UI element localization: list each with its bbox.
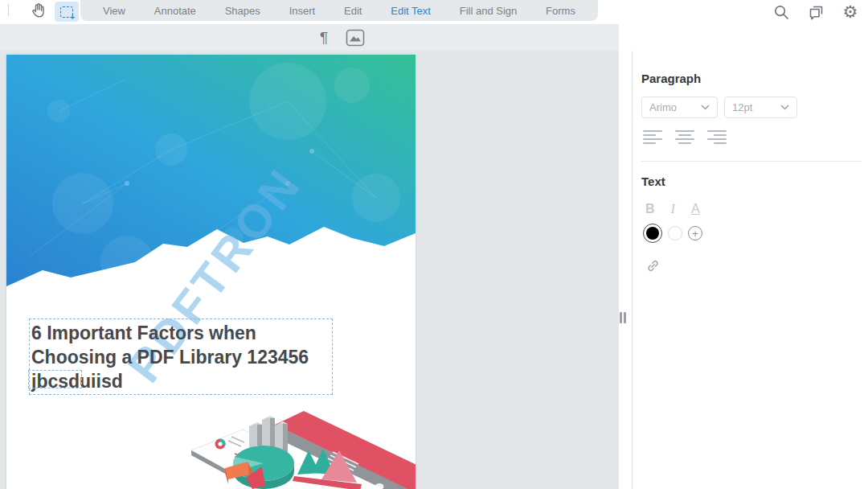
tab-edit[interactable]: Edit [344,5,362,17]
image-icon [346,29,365,47]
text-editing-panel: Paragraph Arimo 12pt Text B I A + [633,51,868,489]
tab-shapes[interactable]: Shapes [225,5,260,17]
pilcrow-icon: ¶ [320,29,328,47]
underline-button[interactable]: A [691,202,700,216]
align-left-button[interactable] [643,126,664,147]
font-family-select[interactable]: Arimo [641,97,718,118]
gear-icon: ⚙ [843,2,858,22]
align-right-button[interactable] [706,126,727,147]
chevron-down-icon [780,105,789,110]
tab-edit-text[interactable]: Edit Text [391,5,431,17]
font-size-select[interactable]: 12pt [724,97,797,118]
font-size-value: 12pt [732,101,752,113]
hand-icon [30,2,47,23]
color-swatch-black-selected[interactable] [643,224,662,243]
paragraph-section-heading: Paragraph [641,72,701,85]
font-family-value: Arimo [649,101,677,113]
pan-tool-button[interactable] [27,2,51,22]
align-center-button[interactable] [674,126,695,147]
bold-button[interactable]: B [645,202,655,216]
chevron-down-icon [701,105,710,110]
insert-link-button[interactable] [645,258,661,277]
tab-annotate[interactable]: Annotate [154,5,196,17]
panel-resize-handle[interactable] [620,312,628,324]
infographic-illustration [175,401,416,489]
comments-icon [808,4,825,20]
text-section-heading: Text [641,175,665,188]
link-icon [645,258,661,273]
add-color-button[interactable]: + [688,226,702,240]
pdf-page[interactable]: PDFTRON 6 Important Factors when Choosin… [6,55,416,489]
italic-button[interactable]: I [671,202,675,216]
select-tool-button[interactable]: + [55,2,79,22]
tab-view[interactable]: View [103,5,125,17]
add-image-button[interactable] [345,27,366,47]
edit-text-toolbar: ¶ [0,24,619,51]
search-icon [773,4,789,20]
document-viewer[interactable]: PDFTRON 6 Important Factors when Choosin… [0,51,619,489]
search-button[interactable] [772,2,791,22]
text-style-buttons: B I A [645,202,700,216]
tab-forms[interactable]: Forms [546,5,575,17]
add-paragraph-button[interactable]: ¶ [313,27,334,47]
alignment-buttons [643,126,727,147]
inner-selection-box[interactable] [28,370,82,388]
top-toolbar: + View Annotate Shapes Insert Edit Edit … [0,0,868,24]
toolbar-divider [8,4,9,16]
tab-insert[interactable]: Insert [289,5,316,17]
text-color-swatches: + [643,224,702,243]
header-artwork [6,55,416,296]
select-tool-icon: + [60,6,73,18]
plus-icon: + [692,228,698,239]
comments-button[interactable] [806,2,825,22]
topbar-right-icons: ⚙ [772,2,860,22]
color-swatch-white[interactable] [668,226,682,240]
tab-fill-and-sign[interactable]: Fill and Sign [460,5,518,17]
ribbon-tabstrip: View Annotate Shapes Insert Edit Edit Te… [80,0,598,21]
settings-button[interactable]: ⚙ [841,2,860,22]
section-divider [641,161,862,162]
